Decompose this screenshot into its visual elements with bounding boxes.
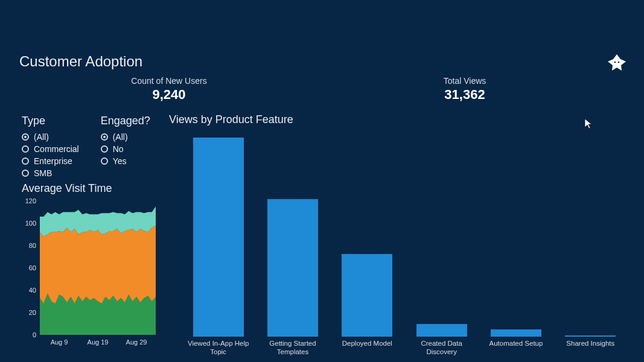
stat-total-views: Total Views 31,362 (410, 76, 519, 103)
bar-xlabel: Created Data Discovery (404, 339, 479, 357)
y-tick: 120 (19, 197, 36, 205)
bar-xlabel: Deployed Model (330, 339, 404, 357)
filter-engaged: Engaged? (All)NoYes (101, 115, 150, 179)
y-tick: 80 (19, 242, 36, 249)
bar-column (404, 324, 479, 337)
bar-xlabel: Viewed In-App Help Topic (181, 339, 255, 357)
radio-option[interactable]: Enterprise (22, 155, 79, 167)
stat-total-views-label: Total Views (410, 76, 519, 86)
y-tick: 0 (19, 331, 36, 338)
radio-icon (101, 157, 108, 165)
area-series (40, 226, 156, 304)
radio-icon (101, 133, 108, 141)
radio-label: No (113, 144, 124, 154)
y-tick: 40 (19, 287, 36, 294)
brand-logo-icon (607, 53, 627, 74)
radio-option[interactable]: Yes (101, 155, 150, 167)
bar (342, 254, 392, 337)
filter-engaged-title: Engaged? (101, 115, 150, 127)
bar-column (255, 199, 330, 337)
x-tick: Aug 9 (40, 338, 78, 346)
radio-icon (101, 145, 108, 153)
bar-column (553, 335, 628, 337)
x-tick: Aug 29 (117, 338, 156, 346)
radio-option[interactable]: SMB (22, 167, 79, 179)
bar (267, 199, 318, 337)
y-tick: 20 (19, 309, 36, 316)
bar (491, 329, 541, 337)
stat-new-users-label: Count of New Users (115, 76, 223, 86)
radio-icon (22, 133, 29, 141)
radio-icon (22, 145, 29, 153)
y-tick: 60 (19, 264, 36, 272)
chart-views-by-product-feature: Views by Product Feature Viewed In-App H… (169, 113, 634, 126)
bar-xlabel: Getting Started Templates (255, 339, 330, 357)
x-tick: Aug 19 (78, 338, 117, 346)
radio-option[interactable]: Commercial (22, 143, 79, 155)
bar-column (181, 138, 255, 337)
bar-xlabel: Automated Setup (479, 339, 553, 357)
radio-label: SMB (34, 168, 52, 178)
radio-option[interactable]: (All) (101, 131, 150, 143)
filters-panel: Type (All)CommercialEnterpriseSMB Engage… (22, 115, 150, 179)
stat-new-users-value: 9,240 (115, 87, 223, 103)
svg-point-1 (618, 62, 620, 63)
radio-option[interactable]: No (101, 143, 150, 155)
radio-icon (22, 170, 29, 177)
page-title: Customer Adoption (19, 53, 142, 70)
radio-icon (22, 157, 29, 165)
radio-option[interactable]: (All) (22, 131, 79, 143)
chart-area-title: Average Visit Time (22, 182, 112, 195)
stat-total-views-value: 31,362 (410, 87, 519, 103)
y-tick: 100 (19, 220, 36, 227)
radio-label: (All) (34, 132, 49, 142)
filter-type: Type (All)CommercialEnterpriseSMB (22, 115, 79, 179)
bar-xlabel: Shared Insights (553, 339, 628, 357)
bar-plot (181, 138, 628, 337)
bar (193, 138, 244, 337)
radio-label: (All) (113, 132, 128, 142)
radio-label: Yes (113, 156, 127, 166)
stat-new-users: Count of New Users 9,240 (115, 76, 223, 103)
bar-column (330, 254, 404, 337)
radio-label: Commercial (34, 144, 79, 154)
filter-type-title: Type (22, 115, 79, 127)
bar (416, 324, 467, 337)
bar (565, 335, 616, 337)
chart-bar-title: Views by Product Feature (169, 113, 634, 126)
svg-point-0 (614, 62, 616, 63)
radio-label: Enterprise (34, 156, 72, 166)
bar-column (479, 329, 553, 337)
area-plot (40, 201, 156, 335)
chart-average-visit-time: Average Visit Time 020406080100120 Aug 9… (22, 182, 112, 198)
